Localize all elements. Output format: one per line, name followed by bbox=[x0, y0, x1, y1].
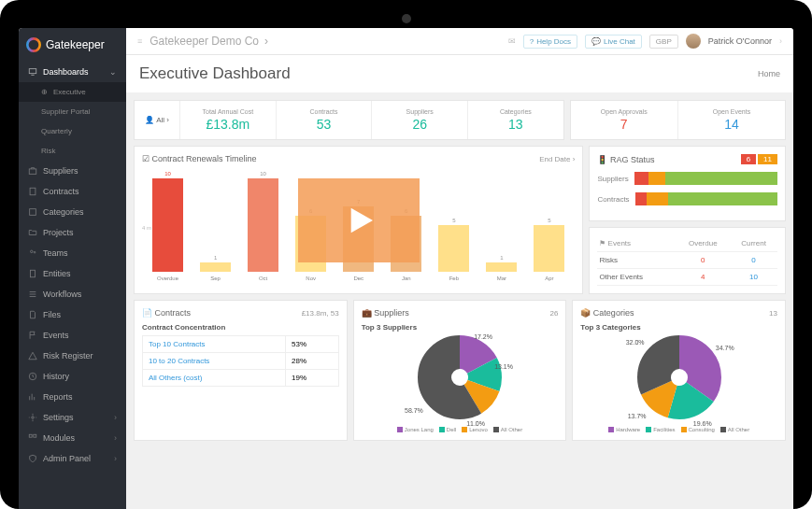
table-row[interactable]: Top 10 Contracts53% bbox=[143, 336, 339, 353]
avatar[interactable] bbox=[686, 34, 701, 49]
pie: 17.2% 13.1% 11.0% 58.7% bbox=[418, 335, 502, 423]
sidebar-item-settings[interactable]: Settings› bbox=[19, 407, 126, 428]
table-row[interactable]: 10 to 20 Contracts28% bbox=[143, 353, 339, 370]
value: £13.8m bbox=[184, 117, 272, 132]
kpi-events[interactable]: Open Events14 bbox=[677, 101, 785, 139]
kpi-approvals[interactable]: Open Approvals7 bbox=[571, 101, 677, 139]
pie-svg bbox=[637, 335, 721, 419]
label: Categories bbox=[593, 308, 634, 318]
currency-selector[interactable]: GBP bbox=[649, 35, 678, 49]
legend-item: Consulting bbox=[681, 427, 715, 432]
pie-label: 34.7% bbox=[716, 345, 734, 351]
rag-suppliers-row: Suppliers bbox=[597, 172, 777, 185]
play-button[interactable] bbox=[298, 178, 420, 262]
sidebar-item-risk[interactable]: Risk bbox=[19, 141, 126, 161]
cell: 53% bbox=[286, 336, 339, 353]
chat-icon: 💬 bbox=[591, 37, 601, 46]
topbar: ≡ Gatekeeper Demo Co› ✉ ?Help Docs 💬Live… bbox=[126, 28, 793, 55]
legend-item: Jones Lang bbox=[397, 427, 434, 432]
sidebar-item-executive[interactable]: ⊕Executive bbox=[19, 82, 126, 102]
document-icon bbox=[28, 187, 37, 196]
label: Contract Renewals Timeline bbox=[152, 154, 257, 163]
home-link[interactable]: Home bbox=[758, 69, 780, 78]
menu-icon[interactable]: ≡ bbox=[137, 36, 142, 46]
mail-icon[interactable]: ✉ bbox=[508, 36, 516, 46]
rag-bar bbox=[634, 172, 777, 185]
table-row[interactable]: All Others (cost)19% bbox=[143, 370, 339, 387]
sidebar-item-events[interactable]: Events bbox=[19, 325, 126, 346]
svg-point-5 bbox=[31, 250, 34, 253]
value: 7 bbox=[575, 117, 674, 132]
rag-column: 🚦 RAG Status611 Suppliers Contracts ⚑ Ev… bbox=[589, 146, 786, 294]
svg-rect-4 bbox=[30, 209, 36, 216]
traffic-icon: 🚦 bbox=[597, 155, 607, 164]
svg-rect-3 bbox=[30, 188, 36, 195]
enddate-selector[interactable]: End Date › bbox=[539, 155, 575, 163]
nav-label: Supplier Portal bbox=[41, 107, 90, 116]
nav-label: Suppliers bbox=[43, 166, 78, 176]
nav-label: Risk Register bbox=[43, 351, 93, 361]
cell: Top 10 Contracts bbox=[143, 336, 286, 353]
sidebar-item-reports[interactable]: Reports bbox=[19, 387, 126, 407]
svg-rect-11 bbox=[34, 434, 36, 437]
nav-label: Files bbox=[43, 310, 61, 319]
sidebar-item-dashboards[interactable]: Dashboards⌄ bbox=[19, 62, 126, 82]
value: 13 bbox=[769, 309, 777, 318]
value: 14 bbox=[682, 117, 781, 132]
page-title: Executive Dashboard bbox=[139, 64, 291, 83]
sidebar-item-history[interactable]: History bbox=[19, 366, 126, 387]
badge-red: 6 bbox=[741, 154, 756, 164]
live-chat-button[interactable]: 💬Live Chat bbox=[585, 35, 642, 49]
chevron-down-icon: ⌄ bbox=[109, 67, 117, 77]
sidebar-item-supplier-portal[interactable]: Supplier Portal bbox=[19, 102, 126, 121]
help-docs-button[interactable]: ?Help Docs bbox=[523, 35, 577, 49]
rag-contracts-row: Contracts bbox=[597, 192, 777, 205]
pie-label: 13.1% bbox=[494, 363, 513, 370]
sidebar-item-admin[interactable]: Admin Panel› bbox=[19, 448, 126, 469]
sidebar-item-files[interactable]: Files bbox=[19, 304, 126, 325]
label: Hardware bbox=[616, 427, 640, 432]
value: 26 bbox=[549, 309, 558, 318]
sidebar-item-teams[interactable]: Teams bbox=[19, 243, 126, 263]
user-name[interactable]: Patrick O'Connor bbox=[708, 36, 772, 46]
rag-badges: 611 bbox=[741, 154, 777, 164]
subtitle: Top 3 Suppliers bbox=[362, 323, 559, 332]
kpi-all-filter[interactable]: 👤 All › bbox=[135, 101, 179, 139]
label: Suppliers bbox=[374, 308, 409, 318]
check-icon: ☑ bbox=[142, 154, 150, 163]
sidebar-item-projects[interactable]: Projects bbox=[19, 222, 126, 243]
sidebar-item-workflows[interactable]: Workflows bbox=[19, 284, 126, 304]
sidebar-item-quarterly[interactable]: Quarterly bbox=[19, 121, 126, 141]
label: All Other bbox=[501, 427, 522, 432]
kpi-contracts[interactable]: Contracts53 bbox=[276, 101, 372, 139]
sidebar-item-contracts[interactable]: Contracts bbox=[19, 181, 126, 202]
breadcrumb[interactable]: Gatekeeper Demo Co› bbox=[150, 35, 268, 48]
pie-label: 32.0% bbox=[626, 339, 645, 346]
svg-point-6 bbox=[34, 251, 36, 253]
sidebar-item-categories[interactable]: Categories bbox=[19, 202, 126, 222]
sidebar-item-modules[interactable]: Modules› bbox=[19, 428, 126, 448]
sidebar-item-suppliers[interactable]: Suppliers bbox=[19, 161, 126, 181]
file-icon bbox=[28, 310, 37, 319]
svg-point-0 bbox=[27, 38, 39, 50]
sidebar-item-entities[interactable]: Entities bbox=[19, 263, 126, 284]
nav-label: Executive bbox=[53, 88, 86, 96]
pie-label: 19.6% bbox=[693, 420, 712, 427]
subtitle: Top 3 Categories bbox=[580, 323, 777, 332]
kpi-categories[interactable]: Categories13 bbox=[467, 101, 563, 139]
contracts-panel: 📄 Contracts£13.8m, 53 Contract Concentra… bbox=[134, 300, 348, 441]
panel-title: 🚦 RAG Status bbox=[597, 155, 654, 164]
kpi-suppliers[interactable]: Suppliers26 bbox=[371, 101, 467, 139]
sidebar-item-risk-register[interactable]: Risk Register bbox=[19, 346, 126, 366]
nav-label: Reports bbox=[43, 392, 73, 402]
table-row: Other Events410 bbox=[597, 269, 777, 286]
nav-label: Contracts bbox=[43, 187, 79, 196]
kpi-total-cost[interactable]: Total Annual Cost£13.8m bbox=[179, 101, 276, 139]
subtitle: Contract Concentration bbox=[142, 323, 339, 332]
cell: 10 to 20 Contracts bbox=[143, 353, 286, 370]
users-icon bbox=[28, 248, 37, 258]
monitor-icon bbox=[28, 67, 37, 77]
label: Open Approvals bbox=[575, 108, 674, 115]
renewals-panel: ☑ Contract Renewals TimelineEnd Date › 4… bbox=[134, 146, 583, 294]
label: End Date bbox=[539, 155, 570, 163]
